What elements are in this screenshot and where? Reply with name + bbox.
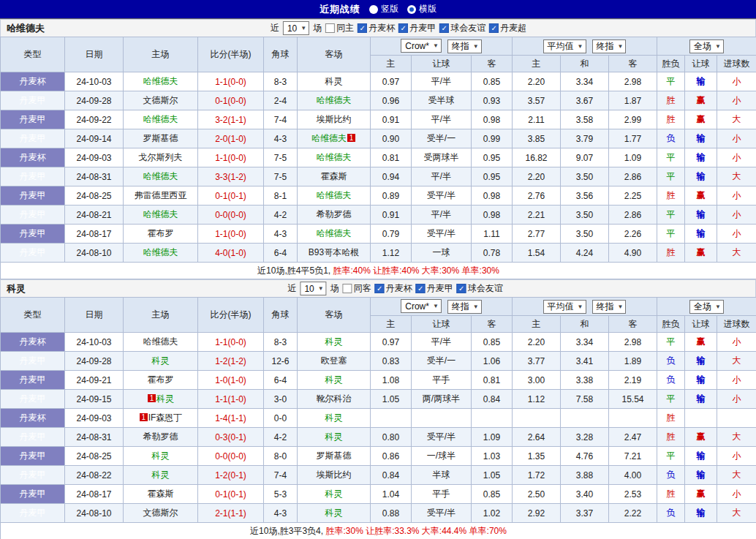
radio-horizontal[interactable]: 横版 xyxy=(407,3,436,15)
odds-cell: 1.12 xyxy=(513,390,561,409)
odds-cell: 平/半 xyxy=(412,333,472,352)
home-team-name[interactable]: 哈维德夫 xyxy=(143,76,178,86)
result-cell: 负 xyxy=(657,129,685,148)
match-date-cell: 24-09-21 xyxy=(65,371,124,390)
home-team-name[interactable]: 霍布罗 xyxy=(148,228,174,238)
odds-cell: 2.53 xyxy=(609,485,657,504)
away-team-name[interactable]: 靴尔科治 xyxy=(317,393,352,404)
home-team-cell: 哈维德夫 xyxy=(124,167,198,186)
away-team-name[interactable]: 科灵 xyxy=(325,412,343,423)
odds-stage-select-2[interactable]: 终指▼ xyxy=(592,300,627,314)
away-team-name[interactable]: 埃斯比约 xyxy=(317,114,352,124)
home-team-name[interactable]: 文德斯尔 xyxy=(143,95,178,105)
filter-checkbox[interactable]: ✓丹麦杯 xyxy=(358,22,395,34)
column-header: 比分(半场) xyxy=(198,298,264,333)
bookmaker-select[interactable]: Crow*▼ xyxy=(401,299,442,313)
away-team-name[interactable]: 霍森斯 xyxy=(321,171,347,181)
home-team-name[interactable]: 希勒罗德 xyxy=(143,431,178,442)
match-date-cell: 24-09-03 xyxy=(65,409,124,428)
odds-stage-select[interactable]: 终指▼ xyxy=(447,300,482,314)
home-team-name[interactable]: 戈尔斯列夫 xyxy=(139,152,183,162)
odds-cell: 4.24 xyxy=(561,244,609,263)
average-select[interactable]: 平均值▼ xyxy=(543,39,586,53)
match-date-cell: 24-08-21 xyxy=(65,206,124,225)
away-team-name[interactable]: B93哥本哈根 xyxy=(309,247,359,257)
average-select[interactable]: 平均值▼ xyxy=(543,300,586,314)
home-team-name[interactable]: 科灵 xyxy=(152,470,170,480)
filter-checkbox[interactable]: ✓丹麦甲 xyxy=(398,22,436,34)
odds-cell: 2.77 xyxy=(513,225,561,244)
score-cell: 0-1(0-1) xyxy=(198,186,264,206)
filter-checkbox[interactable]: ✓丹麦甲 xyxy=(416,282,453,295)
away-team-name[interactable]: 科灵 xyxy=(325,76,343,86)
home-team-name[interactable]: 罗斯基德 xyxy=(143,133,178,143)
home-team-name[interactable]: 哈维德夫 xyxy=(143,171,178,181)
score-cell: 2-0(1-0) xyxy=(198,129,264,148)
away-team-name[interactable]: 科灵 xyxy=(325,508,343,518)
home-team-name[interactable]: 霍布罗 xyxy=(148,374,174,385)
away-team-name[interactable]: 哈维德夫 xyxy=(317,228,352,238)
away-team-name[interactable]: 哈维德夫 xyxy=(317,95,352,105)
filter-checkbox[interactable]: ✓丹麦杯 xyxy=(375,282,412,295)
away-team-cell: 希勒罗德 xyxy=(298,206,371,225)
score-cell: 3-2(1-1) xyxy=(198,110,264,129)
away-team-name[interactable]: 科灵 xyxy=(325,336,343,347)
handicap-result-cell: 赢 xyxy=(685,91,717,110)
score-cell: 0-3(0-1) xyxy=(198,428,264,447)
away-team-name[interactable]: 哈维德夫 xyxy=(311,133,347,143)
sub-column-header: 进球数 xyxy=(717,316,756,333)
match-row: 丹麦杯24-10-03哈维德夫1-1(0-0)8-3科灵0.97平/半0.852… xyxy=(1,333,756,352)
filter-checkbox[interactable]: ✓丹麦超 xyxy=(489,22,526,34)
home-team-name[interactable]: 弗雷德里西亚 xyxy=(135,190,187,200)
away-team-name[interactable]: 科灵 xyxy=(325,374,343,385)
games-count-select[interactable]: 10▼ xyxy=(283,21,309,35)
home-team-name[interactable]: 科灵 xyxy=(152,355,170,366)
home-team-name[interactable]: 哈维德夫 xyxy=(143,247,178,257)
away-team-name[interactable]: 哈维德夫 xyxy=(317,190,352,200)
handicap-result-cell: 输 xyxy=(685,504,717,523)
fulltime-select[interactable]: 全场▼ xyxy=(689,39,724,53)
filter-checkbox[interactable]: 同主 xyxy=(325,22,354,34)
home-team-name[interactable]: 科灵 xyxy=(156,393,174,404)
corner-cell: 4-2 xyxy=(264,206,298,225)
odds-cell: 3.50 xyxy=(561,225,609,244)
radio-vertical[interactable]: 竖版 xyxy=(369,3,398,15)
home-team-name[interactable]: IF森恩丁 xyxy=(148,412,183,423)
odds-cell: 2.20 xyxy=(513,167,561,186)
home-team-name[interactable]: 霍森斯 xyxy=(148,489,174,499)
odds-cell: 0.97 xyxy=(371,72,412,91)
away-team-name[interactable]: 科灵 xyxy=(325,431,343,442)
away-team-name[interactable]: 埃斯比约 xyxy=(317,470,352,480)
filter-checkbox[interactable]: 同客 xyxy=(343,282,371,295)
corner-cell: 4-3 xyxy=(264,225,298,244)
games-count-select[interactable]: 10▼ xyxy=(300,282,326,295)
odds-cell xyxy=(472,409,513,428)
odds-stage-select-2[interactable]: 终指▼ xyxy=(592,39,627,53)
home-team-name[interactable]: 文德斯尔 xyxy=(143,508,178,518)
away-team-name[interactable]: 欧登塞 xyxy=(321,355,347,366)
fulltime-select[interactable]: 全场▼ xyxy=(689,300,724,314)
odds-cell: 3.67 xyxy=(561,91,609,110)
away-team-name[interactable]: 希勒罗德 xyxy=(317,209,352,219)
filter-checkbox[interactable]: ✓球会友谊 xyxy=(457,282,503,295)
league-cell: 丹麦甲 xyxy=(1,371,65,390)
home-team-name[interactable]: 哈维德夫 xyxy=(143,114,178,124)
filter-checkbox[interactable]: ✓球会友谊 xyxy=(439,22,485,34)
away-team-cell: 欧登塞 xyxy=(298,352,371,371)
corner-cell: 7-5 xyxy=(264,148,298,167)
odds-group-average: 平均值▼终指▼ xyxy=(513,37,657,56)
odds-stage-select[interactable]: 终指▼ xyxy=(447,39,482,53)
bookmaker-select[interactable]: Crow*▼ xyxy=(401,39,442,53)
away-team-name[interactable]: 哈维德夫 xyxy=(317,152,352,162)
column-header: 比分(半场) xyxy=(198,37,264,72)
odds-cell: 受半/一 xyxy=(412,352,472,371)
handicap-result-cell: 输 xyxy=(685,206,717,225)
away-team-name[interactable]: 罗斯基德 xyxy=(317,451,352,461)
team-name: 科灵 xyxy=(1,282,26,295)
away-team-name[interactable]: 科灵 xyxy=(325,489,343,499)
match-row: 丹麦甲24-08-10哈维德夫4-0(1-0)6-4B93哥本哈根1.12一球0… xyxy=(1,244,756,263)
home-team-name[interactable]: 哈维德夫 xyxy=(143,336,178,347)
match-row: 丹麦甲24-08-31希勒罗德0-3(0-1)4-2科灵0.80受平/半1.09… xyxy=(1,428,756,447)
home-team-name[interactable]: 科灵 xyxy=(152,451,170,461)
home-team-name[interactable]: 哈维德夫 xyxy=(143,209,178,219)
